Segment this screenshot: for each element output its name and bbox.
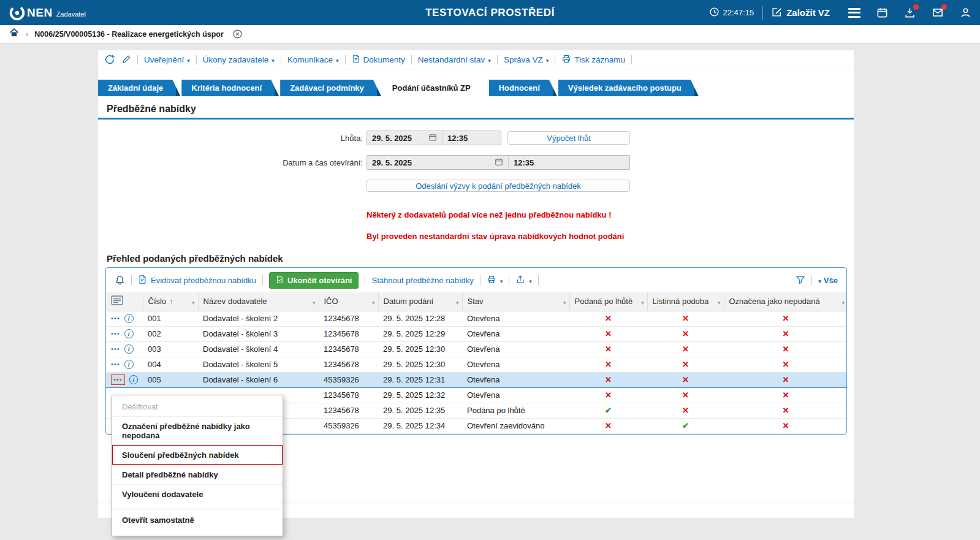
row-info-icon[interactable] [124,314,134,323]
cell-status: Otevřena [462,326,569,341]
user-profile-icon[interactable] [960,7,971,18]
tab-bar: Základní údaje Kritéria hodnocení Zadáva… [98,80,854,96]
finish-opening-button[interactable]: Ukončit otevírání [269,272,359,289]
cell-supplier: Dodavatel - školení 6 [198,372,319,387]
toolbar-item-uverejneni[interactable]: Uveřejnění [144,55,190,64]
menu-item-oznaceni-jako-nepodana[interactable]: Označení předběžné nabídky jako nepodaná [112,416,283,445]
toolbar-divider [131,275,132,285]
chevron-down-icon[interactable] [192,297,195,306]
table-row[interactable]: 004 Dodavatel - školení 5 12345678 29. 5… [106,357,847,372]
opening-time-value[interactable]: 12:35 [514,158,534,167]
home-icon[interactable] [9,28,20,40]
tab-podani-ucastniku-zp[interactable]: Podání účastníků ZP [382,80,488,96]
create-vz-button[interactable]: Založit VZ [772,7,830,19]
menu-item-otevrit-samostatne[interactable]: Otevřít samostatně [112,511,283,530]
chevron-down-icon[interactable] [841,297,845,306]
row-info-icon[interactable] [124,360,134,369]
column-header-cislo[interactable]: Číslo [143,292,198,311]
tab-kriteria-hodnoceni[interactable]: Kritéria hodnocení [181,80,279,96]
messages-icon[interactable] [932,7,944,18]
column-header-nazev-dodavatele[interactable]: Název dodavatele [198,292,319,311]
opening-datetime-field[interactable]: 29. 5. 2025 12:35 [367,155,630,170]
toolbar-item-sprava-vz[interactable]: Správa VZ [504,55,549,64]
column-header-stav[interactable]: Stav [462,292,569,311]
tab-hodnoceni[interactable]: Hodnocení [489,80,557,96]
toolbar-divider [811,275,812,285]
deadline-label: Lhůta: [98,134,367,143]
clock: 22:47:15 [709,7,754,19]
paper-mark: ✕ [682,375,689,384]
toolbar-item-ukony-zadavatele[interactable]: Úkony zadavatele [203,55,275,64]
row-menu-button[interactable] [111,330,120,337]
toolbar-item-tisk-zaznamu[interactable]: Tisk záznamu [561,54,625,66]
toolbar-item-nestandardni-stav[interactable]: Nestandardní stav [418,55,491,64]
row-menu-button[interactable] [111,315,120,322]
export-grid-button[interactable] [515,275,532,286]
column-header-podana-po-lhute[interactable]: Podaná po lhůtě [569,292,647,311]
column-settings-icon[interactable] [111,298,123,307]
toolbar-item-dokumenty[interactable]: Dokumenty [352,54,405,66]
cell-number: 004 [143,357,198,372]
row-info-icon[interactable] [124,329,134,338]
not-submitted-mark: ✕ [783,406,789,415]
paper-mark: ✕ [682,360,689,369]
row-menu-button[interactable] [111,346,120,352]
deadline-date-value[interactable]: 29. 5. 2025 [372,134,412,143]
notifications-bell-icon[interactable] [115,275,125,286]
table-row[interactable]: 001 Dodavatel - školení 2 12345678 29. 5… [106,311,847,326]
calendar-picker-icon[interactable] [428,133,437,143]
menu-item-vylouceni-dodavatele[interactable]: Vyloučení dodavatele [112,484,283,504]
row-info-icon[interactable] [129,375,138,384]
opening-date-value[interactable]: 29. 5. 2025 [372,158,412,167]
brand: NEN Zadavatel [27,7,86,18]
compute-deadlines-button[interactable]: Výpočet lhůt [507,131,630,145]
column-header-datum-podani[interactable]: Datum podání [378,292,462,311]
nen-logo-icon[interactable] [9,4,26,21]
close-record-icon[interactable] [232,29,243,39]
chevron-down-icon[interactable] [563,297,566,306]
menu-hamburger-icon[interactable] [848,8,860,18]
chevron-down-icon[interactable] [456,297,459,306]
column-header-ico[interactable]: IČO [319,292,378,311]
chevron-down-icon[interactable] [718,297,721,306]
column-header-oznacena-jako-nepodana[interactable]: Označena jako nepodaná [724,292,847,311]
send-call-button[interactable]: Odeslání výzvy k podání předběžných nabí… [367,180,630,192]
tab-vysledek-zadavaciho-postupu[interactable]: Výsledek zadávacího postupu [558,80,699,96]
breadcrumb-record[interactable]: N006/25/V00005136 - Realizace energetick… [34,30,224,39]
row-menu-button[interactable] [111,361,120,368]
menu-item-slouceni-nabidek[interactable]: Sloučení předběžných nabídek [112,445,283,465]
calendar-icon[interactable] [876,7,888,18]
chevron-down-icon [488,55,491,64]
record-toolbar: Uveřejnění Úkony zadavatele Komunikace D… [98,50,854,69]
document-icon [352,54,360,66]
chevron-down-icon[interactable] [313,297,316,306]
table-row[interactable]: 003 Dodavatel - školení 4 12345678 29. 5… [106,341,847,357]
download-bids-link[interactable]: Stáhnout předběžné nabídky [371,276,473,285]
calendar-picker-icon[interactable] [495,158,503,168]
edit-pencil-icon[interactable] [121,55,131,64]
table-row[interactable]: 002 Dodavatel - školení 3 12345678 29. 5… [106,326,847,341]
row-info-icon[interactable] [124,344,134,354]
column-header-listinna-podoba[interactable]: Listinná podoba [647,292,724,311]
tab-zakladni-udaje[interactable]: Základní údaje [98,80,180,96]
row-menu-button-active[interactable] [111,375,125,385]
filter-scope-select[interactable]: Vše [818,276,838,285]
app-header: NEN Zadavatel TESTOVACÍ PROSTŘEDÍ 22:47:… [0,0,980,25]
table-row-selected[interactable]: 005 Dodavatel - školení 6 45359326 29. 5… [106,372,847,387]
tab-zadavaci-podminky[interactable]: Zadávací podmínky [280,80,381,96]
register-bid-link[interactable]: Evidovat předběžnou nabídku [138,275,256,286]
late-mark: ✕ [605,375,612,384]
print-grid-button[interactable] [487,275,503,286]
downloads-icon[interactable] [904,7,916,18]
deadline-form: Lhůta: 29. 5. 2025 12:35 Výpočet lhůt Da… [98,131,854,241]
chevron-down-icon[interactable] [641,297,644,306]
late-mark: ✕ [605,390,612,400]
toolbar-item-komunikace[interactable]: Komunikace [287,55,339,64]
filter-funnel-icon[interactable] [796,275,805,285]
menu-item-detail-nabidky[interactable]: Detail předběžné nabídky [112,465,283,484]
history-icon[interactable] [104,54,115,65]
chevron-down-icon[interactable] [372,297,375,306]
deadline-time-value[interactable]: 12:35 [447,134,468,143]
cell-number: 002 [143,326,198,341]
deadline-datetime-field[interactable]: 29. 5. 2025 12:35 [367,131,501,145]
